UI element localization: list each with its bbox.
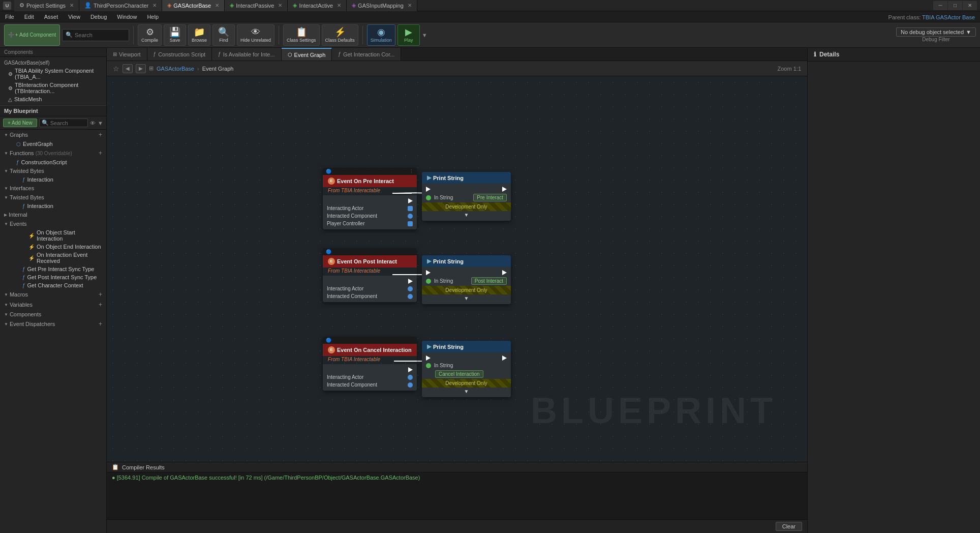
add-new-button[interactable]: + Add New bbox=[3, 119, 37, 127]
tree-section-events[interactable]: ▼ Events bbox=[0, 219, 106, 228]
play-button[interactable]: ▶ Play bbox=[397, 24, 420, 46]
node-post-print[interactable]: ▶ Print String In String Post Interact bbox=[422, 255, 511, 304]
tree-section-macros[interactable]: ▼ Macros + bbox=[0, 289, 106, 300]
tab-viewport[interactable]: ⊞ Viewport bbox=[107, 48, 147, 61]
mybp-search[interactable]: 🔍 bbox=[39, 119, 88, 127]
menu-file[interactable]: File bbox=[0, 11, 19, 22]
search-icon: 🔍 bbox=[66, 32, 73, 38]
node-post-interact[interactable]: 🔵 E Event On Post Interact From TBIA Int… bbox=[323, 248, 417, 302]
tab-interact-passive[interactable]: ◈ InteractPassive ✕ bbox=[225, 0, 288, 11]
tab-event-graph[interactable]: ⬡ Event Graph bbox=[282, 48, 332, 61]
tree-item-event-graph[interactable]: ⬡ EventGraph bbox=[0, 140, 106, 148]
menu-view[interactable]: View bbox=[63, 11, 85, 22]
options-icon[interactable]: ▼ bbox=[98, 120, 103, 126]
tree-section-twisted-bytes[interactable]: ▼ Twisted Bytes bbox=[0, 166, 106, 175]
component-search[interactable]: 🔍 bbox=[62, 29, 129, 41]
comp-tbia-ability[interactable]: ⚙ TBIA Ability System Component (TBIA_A.… bbox=[0, 67, 106, 81]
dropdown-arrow[interactable]: ▼ bbox=[422, 32, 427, 38]
parent-class-link[interactable]: TBIA GASActor Base bbox=[922, 14, 975, 20]
tab-is-available[interactable]: ƒ Is Available for Inte... bbox=[212, 48, 281, 61]
tab-close-project-settings[interactable]: ✕ bbox=[70, 3, 74, 8]
tree-item-on-interaction-event[interactable]: ⚡ On Interaction Event Received bbox=[0, 251, 106, 265]
tab-get-interaction[interactable]: ƒ Get Interaction Cor... bbox=[332, 48, 401, 61]
tree-item-on-object-end[interactable]: ⚡ On Object End Interaction bbox=[0, 243, 106, 251]
add-dispatcher-button[interactable]: + bbox=[99, 320, 102, 328]
tree-section-graphs[interactable]: ▼ Graphs + bbox=[0, 130, 106, 140]
comp-static-mesh[interactable]: △ StaticMesh bbox=[0, 95, 106, 103]
zoom-label: Zoom 1:1 bbox=[778, 66, 801, 72]
post-print-dev-only: Development Only bbox=[422, 286, 511, 294]
close-button[interactable]: ✕ bbox=[963, 1, 977, 10]
tree-section-dispatchers[interactable]: ▼ Event Dispatchers + bbox=[0, 319, 106, 329]
class-settings-button[interactable]: 📋 Class Settings bbox=[283, 24, 320, 46]
menu-debug[interactable]: Debug bbox=[85, 11, 112, 22]
tab-project-settings[interactable]: ⚙ Project Settings ✕ bbox=[14, 0, 79, 11]
save-button[interactable]: 💾 Save bbox=[164, 24, 186, 46]
tab-third-person[interactable]: 👤 ThirdPersonCharacter ✕ bbox=[79, 0, 162, 11]
browse-button[interactable]: 📁 Browse bbox=[188, 24, 210, 46]
node-pre-print[interactable]: ▶ Print String In String Pre Interact bbox=[422, 172, 511, 221]
construction-tab-icon: ƒ bbox=[154, 51, 157, 57]
blueprint-canvas[interactable]: 🔵 ⋮ E Event On Pre Interact From TBIA In… bbox=[107, 76, 807, 462]
get-pre-interact-icon: ƒ bbox=[22, 266, 25, 272]
tree-item-interaction-func[interactable]: ƒ Interaction bbox=[0, 175, 106, 184]
post-interact-header: E Event On Post Interact bbox=[323, 255, 417, 268]
clear-button[interactable]: Clear bbox=[776, 522, 802, 531]
compiler-output-text: ● [5364.91] Compile of GASActorBase succ… bbox=[112, 475, 420, 481]
pre-interact-pin-actor: Interacting Actor bbox=[323, 204, 417, 212]
node-cancel-print[interactable]: ▶ Print String In String bbox=[422, 341, 511, 397]
tree-section-interfaces-tb[interactable]: ▼ Twisted Bytes bbox=[0, 193, 106, 202]
tree-section-interfaces[interactable]: ▼ Interfaces bbox=[0, 184, 106, 193]
tree-item-construction[interactable]: ƒ ConstructionScript bbox=[0, 158, 106, 166]
find-button[interactable]: 🔍 Find bbox=[212, 24, 235, 46]
comp-tb-interaction[interactable]: ⚙ TBInteraction Component (TBInteraction… bbox=[0, 81, 106, 95]
add-variable-button[interactable]: + bbox=[99, 301, 102, 308]
add-component-button[interactable]: ➕ + Add Component bbox=[4, 24, 60, 46]
tab-icon-gas-input: ◈ bbox=[352, 2, 356, 9]
add-graph-button[interactable]: + bbox=[99, 131, 102, 138]
tab-construction-script[interactable]: ƒ Construction Script bbox=[147, 48, 212, 61]
minimize-button[interactable]: ─ bbox=[933, 1, 947, 10]
nav-back-button[interactable]: ◀ bbox=[122, 64, 133, 73]
class-defaults-button[interactable]: ⚡ Class Defaults bbox=[322, 24, 358, 46]
breadcrumb-blueprint[interactable]: GASActorBase bbox=[157, 66, 194, 72]
tree-section-variables[interactable]: ▼ Variables + bbox=[0, 300, 106, 310]
mybp-search-input[interactable] bbox=[50, 120, 81, 126]
tab-close-gas-actor[interactable]: ✕ bbox=[215, 3, 219, 8]
cancel-print-string-value-pin: Cancel Interaction bbox=[422, 369, 511, 379]
event-graph-icon: ⬡ bbox=[16, 141, 21, 147]
compile-button[interactable]: ⚙ Compile bbox=[138, 24, 162, 46]
add-function-button[interactable]: + bbox=[99, 150, 102, 157]
toolbar-sep-3 bbox=[362, 26, 363, 44]
menu-asset[interactable]: Asset bbox=[39, 11, 64, 22]
tree-section-functions[interactable]: ▼ Functions (30 Overridable) + bbox=[0, 148, 106, 158]
tab-close-gas-input[interactable]: ✕ bbox=[408, 3, 412, 8]
add-macro-button[interactable]: + bbox=[99, 291, 102, 298]
tab-close-third-person[interactable]: ✕ bbox=[152, 3, 157, 8]
tree-item-interaction-if[interactable]: ƒ Interaction bbox=[0, 202, 106, 210]
tab-gas-actor-base[interactable]: ◈ GASActorBase ✕ bbox=[162, 0, 225, 11]
eye-icon[interactable]: 👁 bbox=[90, 120, 96, 126]
tree-item-get-char-context[interactable]: ƒ Get Character Context bbox=[0, 281, 106, 289]
tree-item-get-post-interact[interactable]: ƒ Get Post Interact Sync Type bbox=[0, 273, 106, 281]
nav-forward-button[interactable]: ▶ bbox=[136, 64, 146, 73]
bookmark-star[interactable]: ☆ bbox=[113, 65, 119, 73]
tab-close-interact-passive[interactable]: ✕ bbox=[278, 3, 282, 8]
hide-unrelated-button[interactable]: 👁 Hide Unrelated bbox=[237, 24, 274, 46]
tab-close-interact-active[interactable]: ✕ bbox=[337, 3, 341, 8]
menu-help[interactable]: Help bbox=[142, 11, 164, 22]
tree-section-components-tree[interactable]: ▼ Components bbox=[0, 310, 106, 319]
maximize-button[interactable]: □ bbox=[948, 1, 962, 10]
tab-interact-active[interactable]: ◈ InteractActive ✕ bbox=[288, 0, 347, 11]
node-pre-interact[interactable]: 🔵 ⋮ E Event On Pre Interact From TBIA In… bbox=[323, 168, 417, 229]
tree-section-internal[interactable]: ▶ Internal bbox=[0, 210, 106, 219]
tab-gas-input[interactable]: ◈ GASInputMapping ✕ bbox=[347, 0, 417, 11]
component-search-input[interactable] bbox=[75, 32, 126, 38]
node-cancel-interact[interactable]: 🔵 E Event On Cancel Interaction From TBI… bbox=[323, 337, 417, 391]
tree-item-get-pre-interact[interactable]: ƒ Get Pre Interact Sync Type bbox=[0, 265, 106, 273]
simulation-button[interactable]: ◉ Simulation bbox=[367, 24, 395, 46]
debug-object-dropdown[interactable]: No debug object selected ▼ bbox=[896, 27, 976, 37]
tree-item-on-object-start[interactable]: ⚡ On Object Start Interaction bbox=[0, 228, 106, 243]
menu-edit[interactable]: Edit bbox=[19, 11, 39, 22]
menu-window[interactable]: Window bbox=[112, 11, 142, 22]
